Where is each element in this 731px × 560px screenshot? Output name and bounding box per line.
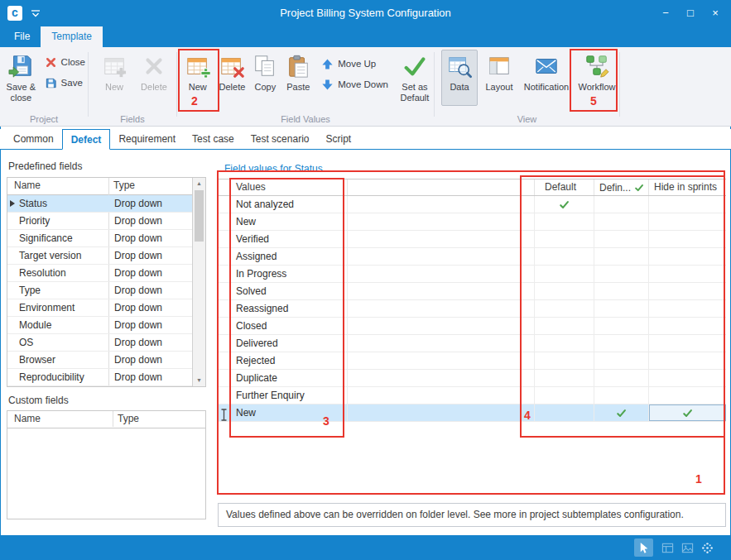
- default-cell[interactable]: [534, 387, 594, 404]
- default-cell[interactable]: [534, 196, 594, 213]
- default-column-header[interactable]: Default: [534, 179, 594, 195]
- field-type-cell[interactable]: Drop down: [108, 369, 192, 385]
- value-cell[interactable]: Not analyzed: [229, 196, 348, 213]
- hide-in-sprints-column-header[interactable]: Hide in sprints: [648, 179, 726, 195]
- value-row[interactable]: Rejected: [218, 352, 726, 370]
- default-cell[interactable]: [534, 283, 594, 299]
- field-type-cell[interactable]: Drop down: [108, 230, 192, 246]
- defined-cell[interactable]: [594, 266, 648, 282]
- value-cell[interactable]: In Progress: [229, 266, 348, 282]
- value-row[interactable]: Delivered: [218, 335, 726, 352]
- value-cell[interactable]: Solved: [229, 283, 348, 299]
- hide-in-sprints-cell[interactable]: [648, 231, 726, 247]
- field-type-cell[interactable]: Drop down: [108, 334, 192, 351]
- value-row[interactable]: Verified: [218, 231, 726, 248]
- predefined-field-row[interactable]: Priority Drop down: [7, 213, 192, 230]
- close-window-button[interactable]: ×: [703, 0, 728, 26]
- workflow-view-button[interactable]: Workflow: [575, 50, 618, 106]
- predefined-field-row[interactable]: Browser Drop down: [7, 352, 192, 369]
- field-type-cell[interactable]: Drop down: [108, 195, 192, 212]
- predefined-field-row[interactable]: Resolution Drop down: [7, 265, 192, 282]
- values-column-header[interactable]: Values: [229, 179, 348, 195]
- file-tab[interactable]: File: [3, 26, 41, 47]
- predefined-field-row[interactable]: OS Drop down: [7, 334, 192, 352]
- value-cell[interactable]: New: [229, 404, 348, 421]
- default-cell[interactable]: [534, 266, 594, 282]
- hide-in-sprints-cell[interactable]: [648, 352, 726, 369]
- value-row[interactable]: Duplicate: [218, 370, 726, 387]
- notification-view-button[interactable]: Notification: [521, 50, 572, 106]
- default-cell[interactable]: [534, 352, 594, 369]
- name-column-header[interactable]: Name: [7, 411, 113, 428]
- default-cell[interactable]: [534, 300, 594, 317]
- pointer-tool-button[interactable]: [634, 538, 653, 557]
- value-cell[interactable]: Further Enquiry: [229, 387, 348, 404]
- hide-in-sprints-cell[interactable]: [648, 248, 726, 265]
- type-column-header[interactable]: Type: [108, 178, 205, 194]
- value-row[interactable]: New: [218, 213, 726, 231]
- scroll-up-icon[interactable]: ▲: [193, 178, 205, 189]
- predefined-field-row[interactable]: Significance Drop down: [7, 230, 192, 247]
- paste-button[interactable]: Paste: [283, 50, 315, 106]
- defined-cell[interactable]: [594, 231, 648, 247]
- default-cell[interactable]: [534, 213, 594, 230]
- hide-in-sprints-cell[interactable]: [648, 300, 726, 317]
- field-type-cell[interactable]: Drop down: [108, 352, 192, 368]
- default-cell[interactable]: [534, 404, 594, 421]
- value-row[interactable]: New: [218, 404, 726, 422]
- value-cell[interactable]: Delivered: [229, 335, 348, 352]
- maximize-button[interactable]: □: [678, 0, 703, 26]
- copy-button[interactable]: Copy: [251, 50, 279, 106]
- defined-cell[interactable]: [594, 300, 648, 317]
- predefined-field-row[interactable]: Type Drop down: [7, 282, 192, 299]
- value-row[interactable]: Not analyzed: [218, 196, 726, 213]
- defined-cell[interactable]: [594, 335, 648, 352]
- field-name-cell[interactable]: Browser: [16, 352, 108, 368]
- defined-cell[interactable]: [594, 387, 648, 404]
- minimize-button[interactable]: −: [653, 0, 678, 26]
- value-row[interactable]: In Progress: [218, 266, 726, 283]
- layout-view-button[interactable]: Layout: [481, 50, 517, 106]
- scrollbar-thumb[interactable]: [195, 190, 204, 242]
- hide-in-sprints-cell[interactable]: [648, 335, 726, 352]
- save-button[interactable]: Save: [42, 74, 88, 92]
- defined-cell[interactable]: [594, 248, 648, 265]
- field-type-cell[interactable]: Drop down: [108, 213, 192, 229]
- field-name-cell[interactable]: Priority: [16, 213, 108, 229]
- template-tab[interactable]: Template: [41, 26, 103, 47]
- field-name-cell[interactable]: Environment: [16, 299, 108, 316]
- value-cell[interactable]: Verified: [229, 231, 348, 247]
- value-cell[interactable]: Reassigned: [229, 300, 348, 317]
- field-name-cell[interactable]: Resolution: [16, 265, 108, 281]
- field-type-cell[interactable]: Drop down: [108, 265, 192, 281]
- field-name-cell[interactable]: Significance: [16, 230, 108, 246]
- value-row[interactable]: Closed: [218, 318, 726, 335]
- predefined-field-row[interactable]: Environment Drop down: [7, 299, 192, 317]
- dot-pattern-button[interactable]: [698, 538, 717, 557]
- tab-script[interactable]: Script: [317, 129, 359, 149]
- defined-column-header[interactable]: Defin...: [594, 179, 648, 195]
- field-name-cell[interactable]: OS: [16, 334, 108, 351]
- field-name-cell[interactable]: Target version: [16, 247, 108, 264]
- defined-cell[interactable]: [594, 370, 648, 386]
- tab-test-scenario[interactable]: Test scenario: [243, 129, 318, 149]
- tab-common[interactable]: Common: [5, 129, 62, 149]
- hide-in-sprints-cell[interactable]: [648, 213, 726, 230]
- value-cell[interactable]: Closed: [229, 318, 348, 334]
- value-cell[interactable]: Assigned: [229, 248, 348, 265]
- new-value-button[interactable]: New: [182, 50, 214, 106]
- predefined-field-row[interactable]: Module Drop down: [7, 317, 192, 334]
- value-row[interactable]: Solved: [218, 283, 726, 300]
- value-row[interactable]: Reassigned: [218, 300, 726, 318]
- field-type-cell[interactable]: Drop down: [108, 317, 192, 333]
- defined-cell[interactable]: [594, 196, 648, 213]
- hide-in-sprints-cell[interactable]: [648, 196, 726, 213]
- field-name-cell[interactable]: Module: [16, 317, 108, 333]
- default-cell[interactable]: [534, 335, 594, 352]
- data-view-button[interactable]: Data: [441, 50, 478, 106]
- field-name-cell[interactable]: Type: [16, 282, 108, 299]
- panel-view-button[interactable]: [658, 538, 677, 557]
- field-name-cell[interactable]: Status: [16, 195, 108, 212]
- vertical-scrollbar[interactable]: ▲ ▼: [192, 178, 205, 386]
- delete-value-button[interactable]: Delete: [217, 50, 248, 106]
